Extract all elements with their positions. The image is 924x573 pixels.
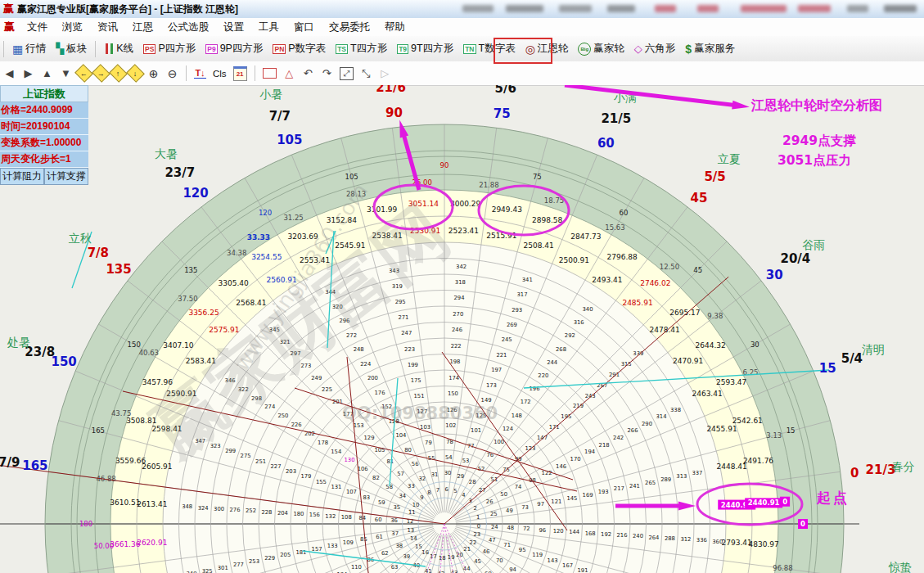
shift-left-icon[interactable]: ← (74, 64, 93, 83)
svg-text:23: 23 (473, 531, 480, 538)
blurred-title-item (798, 5, 831, 12)
toolbar-separator (95, 41, 96, 57)
svg-text:249: 249 (311, 375, 322, 381)
svg-text:3051点压力: 3051点压力 (778, 153, 851, 168)
svg-text:252: 252 (246, 508, 256, 514)
shift-right-icon[interactable]: → (92, 64, 110, 83)
menu-bar: 赢 文件浏览资讯江恩公式选股设置工具窗口交易委托帮助 (0, 18, 924, 37)
zoom-in-icon[interactable]: ⊕ (147, 67, 160, 80)
toolbar-item-赢家服务[interactable]: $赢家服务 (685, 42, 735, 56)
index-name-label: 上证指数 (0, 85, 88, 102)
menu-item-工具[interactable]: 工具 (251, 20, 286, 34)
shift-up-icon[interactable]: ↑ (109, 64, 128, 83)
toolbar-item-T四方形[interactable]: TST四方形 (336, 42, 387, 56)
shift-down-icon[interactable]: ↓ (126, 64, 145, 83)
toolbar-item-P数字表[interactable]: PNP数字表 (273, 42, 326, 56)
zoom-out-icon[interactable]: ⊖ (166, 67, 178, 80)
gann-wheel-chart[interactable]: 0123456789101112131415161718192021222324… (0, 85, 924, 573)
svg-text:245: 245 (502, 336, 512, 343)
tn-badge-icon: TN (463, 44, 476, 54)
svg-text:341: 341 (522, 277, 533, 283)
svg-text:30: 30 (766, 268, 783, 282)
svg-text:276: 276 (230, 507, 241, 513)
menu-item-文件[interactable]: 文件 (20, 20, 55, 34)
rotate-ccw-icon[interactable]: ↶ (302, 67, 314, 79)
svg-text:23/7: 23/7 (165, 165, 195, 180)
menu-item-交易委托[interactable]: 交易委托 (322, 20, 377, 34)
triangle-tool-icon[interactable]: △ (283, 67, 295, 79)
svg-text:2746.02: 2746.02 (640, 279, 670, 287)
svg-text:2620.91: 2620.91 (137, 539, 167, 547)
svg-text:191: 191 (578, 567, 588, 573)
svg-text:107: 107 (346, 489, 357, 495)
up-icon[interactable]: ▲ (41, 67, 53, 79)
menu-item-公式选股[interactable]: 公式选股 (160, 20, 216, 34)
svg-text:336: 336 (696, 537, 707, 544)
svg-text:174: 174 (448, 375, 459, 381)
shrink-icon[interactable]: ⤡ (360, 67, 372, 80)
toolbar-item-9T四方形[interactable]: T99T四方形 (397, 42, 453, 56)
svg-text:3559.66: 3559.66 (115, 457, 146, 465)
menu-item-帮助[interactable]: 帮助 (377, 20, 412, 34)
svg-text:谷雨: 谷雨 (802, 238, 825, 251)
calc-resistance-button[interactable]: 计算阻力 (0, 168, 44, 185)
toolbar-item-六角形[interactable]: ◇六角形 (634, 42, 676, 56)
expand-icon[interactable]: ⤢ (340, 67, 354, 80)
svg-text:2793.41: 2793.41 (722, 539, 752, 547)
toolbar-item-9P四方形[interactable]: P99P四方形 (205, 42, 263, 56)
pn-badge-icon: PN (273, 44, 286, 54)
toolbar-item-行情[interactable]: ▦行情 (12, 42, 46, 56)
svg-text:4830.97: 4830.97 (749, 540, 779, 548)
svg-text:3661.36: 3661.36 (110, 540, 140, 548)
t-down-icon[interactable]: T↓ (194, 68, 206, 79)
svg-text:10: 10 (412, 502, 420, 508)
blurred-title-item (655, 5, 676, 12)
svg-text:95: 95 (519, 547, 526, 553)
svg-text:60: 60 (597, 136, 615, 151)
svg-text:317: 317 (516, 291, 527, 298)
kline-icon (104, 43, 114, 54)
down-icon[interactable]: ▼ (60, 67, 72, 79)
toolbar-item-赢家轮[interactable]: Big赢家轮 (578, 42, 624, 56)
menu-item-设置[interactable]: 设置 (216, 20, 251, 34)
svg-text:110: 110 (351, 564, 362, 571)
menu-item-浏览[interactable]: 浏览 (55, 20, 90, 34)
table-icon: ▦ (12, 44, 23, 54)
gann-wheel-highlight-box (494, 38, 552, 64)
svg-text:90: 90 (440, 161, 449, 169)
svg-text:299: 299 (225, 448, 236, 454)
calc-support-button[interactable]: 计算支撑 (44, 168, 88, 185)
svg-text:34: 34 (399, 493, 407, 499)
svg-text:3000.29: 3000.29 (450, 200, 480, 208)
svg-text:216: 216 (617, 532, 628, 539)
rotate-cw-icon[interactable]: ↷ (321, 67, 333, 79)
svg-text:2898.58: 2898.58 (532, 216, 562, 224)
svg-text:春分: 春分 (892, 460, 915, 473)
prev-icon[interactable]: ◀ (3, 67, 16, 79)
cls-button[interactable]: Cls (213, 69, 227, 79)
pointer-tool-icon[interactable]: ▷ (379, 67, 391, 79)
svg-text:90: 90 (385, 106, 403, 120)
svg-text:49: 49 (506, 508, 513, 514)
toolbar-item-板块[interactable]: ▚板块 (56, 42, 87, 56)
svg-text:48: 48 (507, 525, 514, 531)
svg-text:289: 289 (660, 476, 671, 483)
toolbar-item-P四方形[interactable]: PSP四方形 (143, 42, 196, 56)
menu-item-江恩[interactable]: 江恩 (125, 20, 160, 34)
svg-text:20/4: 20/4 (780, 251, 810, 266)
svg-text:2593.47: 2593.47 (716, 378, 746, 386)
menu-item-资讯[interactable]: 资讯 (90, 20, 125, 34)
svg-text:222: 222 (451, 343, 462, 350)
svg-text:15: 15 (787, 426, 796, 435)
svg-text:2644.32: 2644.32 (695, 341, 725, 350)
rect-tool-icon[interactable] (263, 68, 277, 79)
next-icon[interactable]: ▶ (22, 67, 34, 79)
svg-text:121: 121 (551, 499, 561, 505)
calendar-icon[interactable]: 21 (233, 66, 247, 81)
svg-text:35: 35 (393, 504, 400, 511)
svg-text:14: 14 (410, 535, 417, 542)
menu-item-窗口[interactable]: 窗口 (286, 20, 322, 34)
toolbar-item-K线[interactable]: K线 (104, 42, 133, 56)
svg-text:2485.91: 2485.91 (622, 299, 652, 307)
svg-text:271: 271 (398, 314, 408, 321)
